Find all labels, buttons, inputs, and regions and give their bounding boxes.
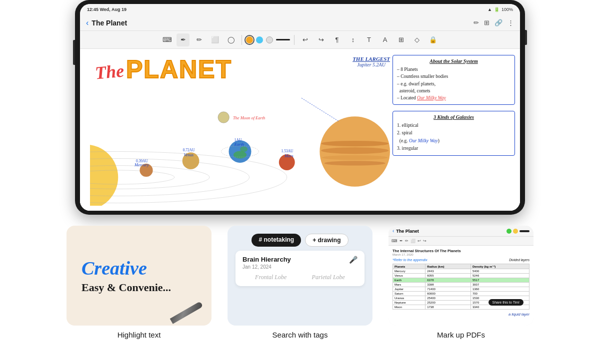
pdf-tool-4[interactable]: ⬜ bbox=[410, 239, 416, 243]
pdf-line-tool[interactable] bbox=[520, 230, 530, 232]
note-preview-date: Jan 12, 2024 bbox=[242, 264, 291, 270]
search-tags-label: Search with tags bbox=[272, 331, 328, 339]
solar-item-3: – e.g. dwarf planets, bbox=[397, 80, 510, 87]
pdf-toolbar: ⌨ ✒ ✏ ⬜ ↩ ↪ bbox=[388, 237, 534, 246]
battery-icon: 🔋 bbox=[494, 7, 500, 12]
note-preview-title: Brain Hierarchy bbox=[242, 256, 291, 263]
svg-point-5 bbox=[218, 112, 230, 123]
keyboard-tool[interactable]: ⌨ bbox=[160, 33, 174, 46]
table-row: Venus60555246 bbox=[393, 274, 530, 278]
pdf-content-heading: The Internal Structures Of The Planets bbox=[392, 249, 530, 253]
svg-point-25 bbox=[324, 161, 386, 165]
shape-tool[interactable]: ◇ bbox=[410, 33, 424, 46]
feature-highlight-text: Creative Easy & Convenie... Highlight te… bbox=[66, 226, 212, 339]
pdf-inner: ‹ The Planet ⌨ ✒ ✏ ⬜ ↩ ↪ bbox=[388, 226, 534, 326]
pdf-tool-5[interactable]: ↩ bbox=[418, 239, 421, 243]
back-button[interactable]: ‹ bbox=[86, 18, 88, 27]
lasso-tool[interactable]: ◯ bbox=[224, 33, 238, 46]
color-orange[interactable] bbox=[246, 36, 253, 43]
highlight-text-label: Highlight text bbox=[118, 331, 161, 339]
pen-tool[interactable]: ✒ bbox=[176, 33, 190, 46]
highlight-preview: Creative Easy & Convenie... bbox=[66, 226, 212, 326]
top-bar-icons: ✏ ⊞ 🔗 ⋮ bbox=[474, 19, 514, 26]
right-info-panel: About the Solar System – 8 Planets – Cou… bbox=[392, 55, 515, 156]
paragraph2-tool[interactable]: ↕ bbox=[346, 33, 360, 46]
color-white[interactable] bbox=[266, 36, 273, 43]
line-tool[interactable] bbox=[276, 39, 290, 40]
table-row: Jupiter714001360 bbox=[393, 287, 530, 292]
link-icon[interactable]: 🔗 bbox=[494, 19, 502, 26]
markup-pdfs-label: Mark up PDFs bbox=[437, 331, 485, 339]
undo-tool[interactable]: ↩ bbox=[298, 33, 312, 46]
solar-item-1: – 8 Planets bbox=[397, 66, 510, 73]
status-time: 12:45 Wed, Aug 19 bbox=[87, 7, 126, 12]
note-preview-header: Brain Hierarchy Jan 12, 2024 🎤 bbox=[242, 256, 358, 270]
tablet-wrapper: 12:45 Wed, Aug 19 ▲ 🔋 100% ‹ The Planet … bbox=[75, 0, 525, 215]
side-button-left bbox=[73, 40, 75, 65]
svg-line-26 bbox=[301, 98, 338, 121]
lock-tool[interactable]: 🔒 bbox=[426, 33, 440, 46]
pdf-asterisk-note: *Refer to the appendix bbox=[392, 258, 428, 262]
more-icon[interactable]: ⋮ bbox=[508, 19, 514, 26]
feature-search-tags: # notetaking + drawing Brain Hierarchy J… bbox=[228, 226, 372, 339]
svg-text:1.53AU: 1.53AU bbox=[282, 149, 294, 153]
pdf-tool-3[interactable]: ✏ bbox=[405, 239, 408, 243]
svg-text:0.72AU: 0.72AU bbox=[183, 148, 196, 152]
pdf-back-btn[interactable]: ‹ bbox=[392, 228, 394, 234]
tablet-screen: 12:45 Wed, Aug 19 ▲ 🔋 100% ‹ The Planet … bbox=[80, 4, 520, 211]
table-row: Saturn60000700 bbox=[393, 292, 530, 296]
solar-item-4: – Located Our Milky Way bbox=[397, 94, 510, 101]
paragraph-tool[interactable]: ¶ bbox=[330, 33, 344, 46]
easy-text: Easy & Convenie... bbox=[82, 281, 171, 294]
pdf-dot-yellow[interactable] bbox=[513, 229, 518, 234]
pdf-doc-title: The Planet bbox=[396, 229, 504, 234]
pdf-tool-1[interactable]: ⌨ bbox=[392, 239, 398, 243]
galaxy-title: 3 Kinds of Galaxies bbox=[397, 114, 510, 120]
text-tool[interactable]: T bbox=[362, 33, 376, 46]
creative-text: Creative bbox=[82, 257, 147, 279]
status-icons: ▲ 🔋 100% bbox=[488, 7, 513, 12]
side-button-right bbox=[525, 30, 527, 45]
table-row: Mercury24435400 bbox=[393, 269, 530, 274]
battery-pct: 100% bbox=[502, 7, 513, 12]
table-row: Mars33983937 bbox=[393, 283, 530, 287]
color-blue[interactable] bbox=[256, 36, 263, 43]
pdf-tool-6[interactable]: ↪ bbox=[423, 239, 426, 243]
table-tool[interactable]: ⊞ bbox=[394, 33, 408, 46]
svg-point-15 bbox=[240, 146, 248, 152]
tag-notetaking[interactable]: # notetaking bbox=[252, 234, 301, 247]
tag-row: # notetaking + drawing bbox=[236, 234, 364, 247]
pencil-tool[interactable]: ✏ bbox=[192, 33, 206, 46]
pdf-divided-label: Divided layers bbox=[509, 258, 530, 264]
share-bubble: Share this to Tim! bbox=[488, 299, 524, 306]
note-preview-card: Brain Hierarchy Jan 12, 2024 🎤 Frontal L… bbox=[236, 251, 364, 286]
tag-drawing[interactable]: + drawing bbox=[305, 234, 348, 247]
frontal-lobe: Frontal Lobe bbox=[255, 274, 286, 281]
note-preview-info: Brain Hierarchy Jan 12, 2024 bbox=[242, 256, 291, 270]
svg-text:0.39AU: 0.39AU bbox=[136, 159, 148, 163]
eraser-tool[interactable]: ⬜ bbox=[208, 33, 222, 46]
svg-text:Venus: Venus bbox=[184, 152, 194, 157]
galaxy-item-2: 2. spiral bbox=[397, 129, 510, 137]
solar-item-2: – Countless smaller bodies bbox=[397, 73, 510, 80]
edit-icon[interactable]: ✏ bbox=[474, 19, 479, 26]
tablet-frame: 12:45 Wed, Aug 19 ▲ 🔋 100% ‹ The Planet … bbox=[75, 0, 525, 215]
page-title: The Planet bbox=[92, 19, 474, 27]
solar-system-diagram: The Moon of Earth Mercury 0.39AU Venus 0… bbox=[90, 74, 390, 206]
pdf-dot-green[interactable] bbox=[506, 229, 512, 234]
grid-icon[interactable]: ⊞ bbox=[484, 19, 490, 26]
galaxy-item-1: 1. elliptical bbox=[397, 122, 510, 129]
features-section: Creative Easy & Convenie... Highlight te… bbox=[0, 215, 600, 344]
pdf-col-radius: Radius (km) bbox=[426, 264, 471, 269]
svg-text:The Moon of Earth: The Moon of Earth bbox=[233, 115, 265, 120]
jupiter-label: Jupiter 5.2AU bbox=[352, 62, 390, 67]
pdf-tool-2[interactable]: ✒ bbox=[400, 239, 403, 243]
svg-point-0 bbox=[90, 144, 118, 206]
drawing-toolbar: ⌨ ✒ ✏ ⬜ ◯ ↩ ↪ ¶ ↕ T A ⊞ ◇ 🔒 bbox=[80, 31, 520, 49]
pdf-content-date: March 17, 2020 bbox=[392, 253, 530, 256]
font-tool[interactable]: A bbox=[378, 33, 392, 46]
pdf-col-planets: Planets bbox=[393, 264, 426, 269]
redo-tool[interactable]: ↪ bbox=[314, 33, 328, 46]
search-preview: # notetaking + drawing Brain Hierarchy J… bbox=[228, 226, 372, 326]
pdf-col-density: Density (kg m⁻³) bbox=[470, 264, 529, 269]
